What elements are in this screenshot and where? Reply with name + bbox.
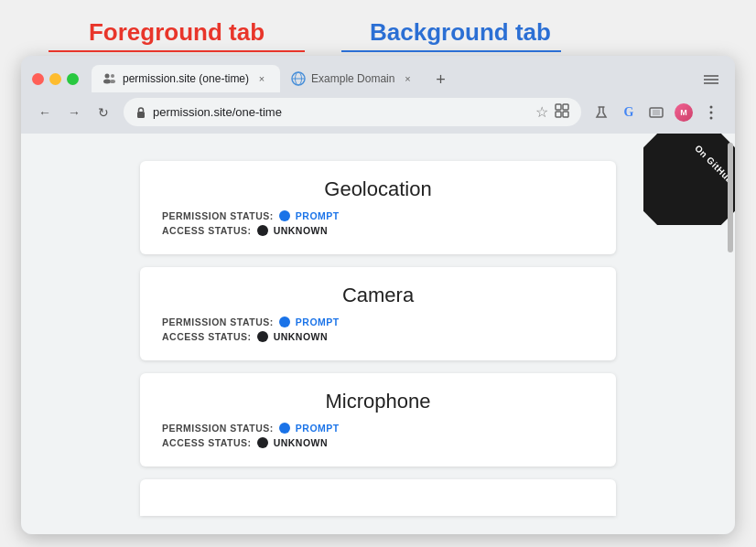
svg-point-18 (710, 111, 713, 113)
back-button[interactable]: ← (32, 100, 58, 125)
tab-options-button[interactable] (698, 67, 724, 92)
tab-inactive-title: Example Domain (311, 72, 394, 85)
foreground-tab-label: Foreground tab (21, 18, 332, 52)
microphone-access-dot (257, 437, 268, 448)
maximize-window-button[interactable] (67, 73, 79, 85)
geolocation-permission-label: PERMISSION STATUS: (162, 210, 274, 221)
geolocation-permission-row: PERMISSION STATUS: PROMPT (162, 210, 594, 221)
traffic-lights (32, 73, 79, 85)
camera-card[interactable]: Camera PERMISSION STATUS: PROMPT ACCESS … (140, 267, 616, 360)
svg-rect-12 (563, 104, 568, 110)
geolocation-permission-dot (279, 210, 290, 221)
camera-permission-value: PROMPT (296, 316, 340, 327)
outer-wrapper: Foreground tab Background tab (21, 18, 735, 534)
geolocation-access-row: ACCESS STATUS: UNKNOWN (162, 225, 594, 236)
more-options-button[interactable] (698, 100, 724, 125)
camera-access-row: ACCESS STATUS: UNKNOWN (162, 331, 594, 342)
address-text: permission.site/one-time (153, 105, 530, 119)
microphone-access-label: ACCESS STATUS: (162, 437, 252, 448)
tab-active-close[interactable]: × (254, 71, 269, 86)
tab-labels: Foreground tab Background tab (21, 18, 735, 52)
microphone-permission-dot (279, 423, 290, 434)
forward-button[interactable]: → (61, 100, 87, 125)
minimize-window-button[interactable] (49, 73, 61, 85)
svg-point-19 (710, 116, 713, 119)
nav-bar: ← → ↻ permission.site/one-time ☆ (21, 92, 735, 134)
tab-inactive-close[interactable]: × (400, 71, 415, 86)
tab-active-title: permission.site (one-time) (123, 72, 249, 85)
svg-rect-13 (556, 112, 561, 117)
microphone-permission-value: PROMPT (296, 423, 340, 434)
geolocation-card[interactable]: Geolocation PERMISSION STATUS: PROMPT AC… (140, 161, 616, 254)
microphone-title: Microphone (162, 390, 594, 413)
camera-title: Camera (162, 284, 594, 307)
page-content: On GitHub Geolocation PERMISSION STATUS:… (21, 134, 735, 534)
tabs-bar: permission.site (one-time) × Example Dom… (92, 65, 724, 92)
avatar: M (675, 103, 693, 122)
labs-icon-button[interactable] (589, 100, 614, 125)
svg-rect-16 (653, 110, 660, 115)
microphone-permission-row: PERMISSION STATUS: PROMPT (162, 423, 594, 434)
microphone-access-row: ACCESS STATUS: UNKNOWN (162, 437, 594, 448)
geolocation-access-value: UNKNOWN (274, 225, 329, 236)
svg-rect-10 (137, 112, 145, 118)
tab-inactive[interactable]: Example Domain × (280, 65, 426, 92)
microphone-access-value: UNKNOWN (274, 437, 329, 448)
geolocation-permission-value: PROMPT (296, 210, 340, 221)
background-tab-label: Background tab (332, 18, 589, 52)
scrollbar-thumb[interactable] (728, 143, 733, 252)
microphone-card[interactable]: Microphone PERMISSION STATUS: PROMPT ACC… (140, 373, 616, 467)
geolocation-access-label: ACCESS STATUS: (162, 225, 252, 236)
google-button[interactable]: G (616, 100, 642, 125)
svg-point-2 (111, 74, 114, 78)
svg-point-0 (105, 74, 110, 79)
tab-active-icon (103, 71, 117, 86)
tab-active[interactable]: permission.site (one-time) × (92, 65, 280, 92)
geolocation-access-dot (257, 225, 268, 236)
profile-button[interactable]: M (671, 100, 697, 125)
extensions-icon[interactable] (554, 102, 570, 122)
address-bar[interactable]: permission.site/one-time ☆ (124, 98, 581, 126)
microphone-permission-label: PERMISSION STATUS: (162, 423, 274, 434)
camera-access-label: ACCESS STATUS: (162, 331, 252, 342)
browser-window: permission.site (one-time) × Example Dom… (21, 56, 735, 534)
camera-permission-label: PERMISSION STATUS: (162, 316, 274, 327)
tab-inactive-icon (291, 71, 306, 86)
camera-access-value: UNKNOWN (274, 331, 329, 342)
svg-rect-14 (563, 112, 568, 117)
partial-card (140, 479, 616, 516)
camera-permission-row: PERMISSION STATUS: PROMPT (162, 316, 594, 327)
new-tab-button[interactable]: + (427, 67, 453, 92)
close-window-button[interactable] (32, 73, 44, 85)
geolocation-title: Geolocation (162, 177, 594, 201)
star-icon[interactable]: ☆ (535, 103, 548, 121)
nav-actions: G M (589, 100, 724, 125)
lock-icon (135, 106, 147, 119)
title-bar: permission.site (one-time) × Example Dom… (21, 56, 735, 92)
svg-point-1 (103, 80, 111, 84)
camera-access-dot (257, 331, 268, 342)
github-corner[interactable]: On GitHub (643, 134, 735, 225)
svg-rect-11 (556, 104, 561, 110)
scrollbar-track[interactable] (726, 134, 735, 534)
cards-container: Geolocation PERMISSION STATUS: PROMPT AC… (140, 161, 616, 516)
refresh-button[interactable]: ↻ (91, 100, 116, 125)
camera-permission-dot (279, 316, 290, 327)
cast-icon-button[interactable] (643, 100, 669, 125)
svg-point-3 (110, 80, 115, 83)
google-g-icon: G (624, 105, 634, 120)
svg-point-17 (710, 105, 713, 108)
